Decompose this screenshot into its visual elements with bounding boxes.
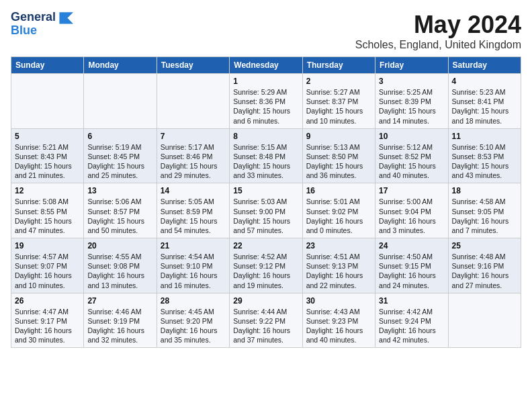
logo-text2: Blue [11,24,73,38]
day-info: Sunrise: 5:21 AMSunset: 8:43 PMDaylight:… [15,142,80,181]
day-info: Sunrise: 4:58 AMSunset: 9:05 PMDaylight:… [452,197,517,235]
logo: General Blue [11,11,73,38]
day-number: 11 [452,132,517,141]
day-info: Sunrise: 5:27 AMSunset: 8:37 PMDaylight:… [306,87,371,126]
day-info: Sunrise: 5:01 AMSunset: 9:02 PMDaylight:… [306,197,371,235]
day-number: 15 [233,186,298,195]
day-number: 20 [87,241,152,250]
day-info: Sunrise: 5:29 AMSunset: 8:36 PMDaylight:… [233,87,298,126]
calendar-cell: 21Sunrise: 4:54 AMSunset: 9:10 PMDayligh… [157,238,229,293]
day-info: Sunrise: 4:47 AMSunset: 9:17 PMDaylight:… [15,307,80,345]
logo-icon [57,11,73,24]
calendar-cell: 24Sunrise: 4:50 AMSunset: 9:15 PMDayligh… [375,238,448,293]
weekday-header-row: SundayMondayTuesdayWednesdayThursdayFrid… [11,57,521,74]
day-info: Sunrise: 4:57 AMSunset: 9:07 PMDaylight:… [15,252,80,290]
day-number: 14 [161,186,226,195]
calendar-cell: 20Sunrise: 4:55 AMSunset: 9:08 PMDayligh… [84,238,157,293]
calendar-cell: 2Sunrise: 5:27 AMSunset: 8:37 PMDaylight… [302,74,375,129]
day-info: Sunrise: 5:17 AMSunset: 8:46 PMDaylight:… [161,142,226,181]
day-info: Sunrise: 4:43 AMSunset: 9:23 PMDaylight:… [306,307,371,345]
day-info: Sunrise: 5:06 AMSunset: 8:57 PMDaylight:… [87,197,152,235]
day-number: 13 [87,186,152,195]
day-info: Sunrise: 4:52 AMSunset: 9:12 PMDaylight:… [233,252,298,290]
day-info: Sunrise: 4:50 AMSunset: 9:15 PMDaylight:… [379,252,444,290]
calendar-cell: 4Sunrise: 5:23 AMSunset: 8:41 PMDaylight… [448,74,521,129]
calendar-cell: 3Sunrise: 5:25 AMSunset: 8:39 PMDaylight… [375,74,448,129]
day-number: 22 [233,241,298,250]
day-number: 18 [452,186,517,195]
day-number: 28 [161,296,226,306]
calendar-cell: 30Sunrise: 4:43 AMSunset: 9:23 PMDayligh… [302,293,375,348]
day-number: 30 [306,296,371,306]
calendar-cell: 10Sunrise: 5:12 AMSunset: 8:52 PMDayligh… [375,128,448,183]
day-number: 10 [379,132,444,141]
day-number: 31 [379,296,444,306]
day-info: Sunrise: 5:10 AMSunset: 8:53 PMDaylight:… [452,142,517,181]
day-number: 7 [161,132,226,141]
day-info: Sunrise: 4:45 AMSunset: 9:20 PMDaylight:… [161,307,226,345]
day-info: Sunrise: 5:23 AMSunset: 8:41 PMDaylight:… [452,87,517,126]
title-block: May 2024 Scholes, England, United Kingdo… [355,11,521,51]
weekday-header: Tuesday [157,57,229,74]
day-number: 26 [15,296,80,306]
day-number: 23 [306,241,371,250]
day-info: Sunrise: 5:25 AMSunset: 8:39 PMDaylight:… [379,87,444,126]
calendar-cell [157,74,229,129]
calendar-cell [448,293,521,348]
day-number: 16 [306,186,371,195]
day-info: Sunrise: 4:46 AMSunset: 9:19 PMDaylight:… [87,307,152,345]
calendar-cell: 11Sunrise: 5:10 AMSunset: 8:53 PMDayligh… [448,128,521,183]
day-number: 25 [452,241,517,250]
day-number: 19 [15,241,80,250]
calendar-week-row: 1Sunrise: 5:29 AMSunset: 8:36 PMDaylight… [11,74,521,129]
calendar-cell: 26Sunrise: 4:47 AMSunset: 9:17 PMDayligh… [11,293,84,348]
calendar-cell: 19Sunrise: 4:57 AMSunset: 9:07 PMDayligh… [11,238,84,293]
day-info: Sunrise: 4:54 AMSunset: 9:10 PMDaylight:… [161,252,226,290]
weekday-header: Wednesday [230,57,302,74]
logo-text: General [11,11,56,24]
calendar-cell: 18Sunrise: 4:58 AMSunset: 9:05 PMDayligh… [448,183,521,238]
calendar-week-row: 5Sunrise: 5:21 AMSunset: 8:43 PMDaylight… [11,128,521,183]
day-info: Sunrise: 5:15 AMSunset: 8:48 PMDaylight:… [233,142,298,181]
day-info: Sunrise: 4:48 AMSunset: 9:16 PMDaylight:… [452,252,517,290]
calendar-cell: 12Sunrise: 5:08 AMSunset: 8:55 PMDayligh… [11,183,84,238]
calendar-cell: 8Sunrise: 5:15 AMSunset: 8:48 PMDaylight… [230,128,302,183]
day-number: 2 [306,77,371,86]
day-info: Sunrise: 4:42 AMSunset: 9:24 PMDaylight:… [379,307,444,345]
day-info: Sunrise: 5:12 AMSunset: 8:52 PMDaylight:… [379,142,444,181]
calendar-cell: 17Sunrise: 5:00 AMSunset: 9:04 PMDayligh… [375,183,448,238]
calendar-table: SundayMondayTuesdayWednesdayThursdayFrid… [11,56,521,348]
calendar-cell: 7Sunrise: 5:17 AMSunset: 8:46 PMDaylight… [157,128,229,183]
page-header: General Blue May 2024 Scholes, England, … [11,11,521,51]
day-info: Sunrise: 5:05 AMSunset: 8:59 PMDaylight:… [161,197,226,235]
calendar-cell: 13Sunrise: 5:06 AMSunset: 8:57 PMDayligh… [84,183,157,238]
day-number: 9 [306,132,371,141]
day-number: 8 [233,132,298,141]
day-number: 6 [87,132,152,141]
weekday-header: Friday [375,57,448,74]
day-number: 3 [379,77,444,86]
day-number: 24 [379,241,444,250]
day-info: Sunrise: 5:08 AMSunset: 8:55 PMDaylight:… [15,197,80,235]
calendar-cell: 23Sunrise: 4:51 AMSunset: 9:13 PMDayligh… [302,238,375,293]
day-info: Sunrise: 4:51 AMSunset: 9:13 PMDaylight:… [306,252,371,290]
month-year-title: May 2024 [355,11,521,39]
day-number: 17 [379,186,444,195]
location-subtitle: Scholes, England, United Kingdom [355,39,521,51]
calendar-cell: 6Sunrise: 5:19 AMSunset: 8:45 PMDaylight… [84,128,157,183]
calendar-cell: 1Sunrise: 5:29 AMSunset: 8:36 PMDaylight… [230,74,302,129]
day-number: 27 [87,296,152,306]
day-info: Sunrise: 5:13 AMSunset: 8:50 PMDaylight:… [306,142,371,181]
day-info: Sunrise: 4:55 AMSunset: 9:08 PMDaylight:… [87,252,152,290]
calendar-cell: 9Sunrise: 5:13 AMSunset: 8:50 PMDaylight… [302,128,375,183]
calendar-cell: 25Sunrise: 4:48 AMSunset: 9:16 PMDayligh… [448,238,521,293]
weekday-header: Monday [84,57,157,74]
day-number: 29 [233,296,298,306]
calendar-cell: 22Sunrise: 4:52 AMSunset: 9:12 PMDayligh… [230,238,302,293]
weekday-header: Saturday [448,57,521,74]
day-number: 4 [452,77,517,86]
calendar-week-row: 19Sunrise: 4:57 AMSunset: 9:07 PMDayligh… [11,238,521,293]
calendar-cell: 16Sunrise: 5:01 AMSunset: 9:02 PMDayligh… [302,183,375,238]
day-number: 5 [15,132,80,141]
day-number: 1 [233,77,298,86]
